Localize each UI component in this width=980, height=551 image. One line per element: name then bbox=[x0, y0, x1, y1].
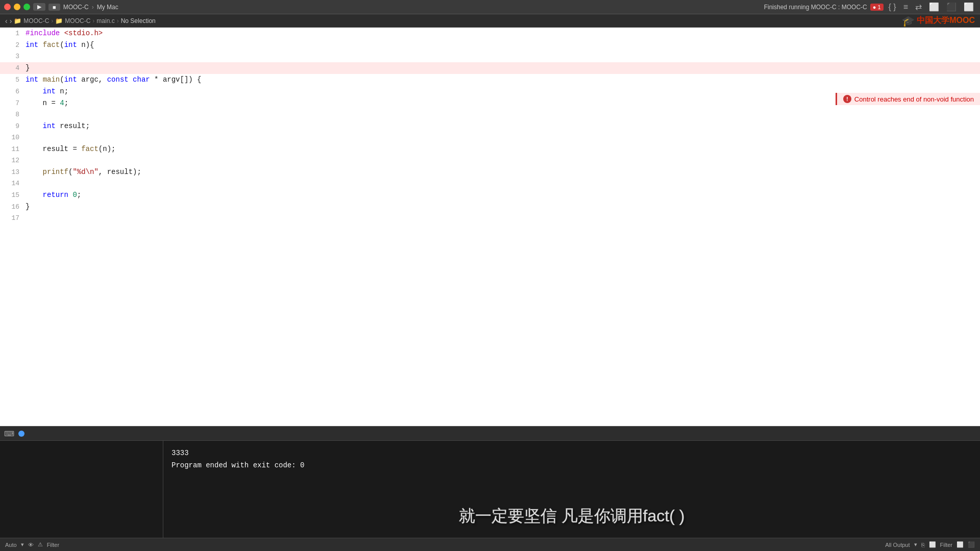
panel-icon[interactable]: ⬜ bbox=[927, 1, 941, 13]
curly-brace-icon[interactable]: { } bbox=[887, 2, 898, 13]
status-dot bbox=[18, 431, 24, 437]
layout-right-icon2[interactable]: ⬛ bbox=[968, 541, 975, 548]
bottom-panel: ⌨ 3333 Program ended with exit code: 0 就… bbox=[0, 426, 980, 551]
auto-dropdown-icon[interactable]: ▾ bbox=[21, 541, 24, 548]
code-line-4: 4 } bbox=[0, 62, 980, 74]
line-num-13: 13 bbox=[0, 167, 26, 178]
run-button[interactable]: ▶ bbox=[33, 3, 45, 11]
output-sidebar bbox=[0, 441, 163, 538]
copy-icon[interactable]: ⎘ bbox=[921, 542, 925, 548]
line-num-1: 1 bbox=[0, 28, 26, 39]
code-editor[interactable]: 1 #include <stdio.h> 2 int fact(int n){ … bbox=[0, 28, 980, 426]
breadcrumb-folder-icon2: 📁 bbox=[55, 17, 63, 24]
line-num-9: 9 bbox=[0, 121, 26, 132]
code-line-5: 5 int main(int argc, const char * argv[]… bbox=[0, 74, 980, 86]
line-num-6: 6 bbox=[0, 86, 26, 97]
line-content-1[interactable]: #include <stdio.h> bbox=[26, 28, 980, 39]
title-right-icons: { } ≡ ⇄ ⬜ ⬛ ⬜ bbox=[887, 1, 976, 13]
line-content-2[interactable]: int fact(int n){ bbox=[26, 39, 980, 51]
line-content-4[interactable]: } bbox=[26, 62, 980, 73]
line-num-7: 7 bbox=[0, 98, 26, 109]
bottom-toolbar: ⌨ bbox=[0, 427, 980, 441]
title-center: MOOC-C › My Mac Finished running MOOC-C … bbox=[63, 4, 884, 11]
auto-label[interactable]: Auto bbox=[5, 542, 17, 548]
error-badge: ● 1 bbox=[870, 4, 884, 11]
line-num-3: 3 bbox=[0, 51, 26, 62]
stop-button[interactable]: ■ bbox=[48, 4, 60, 11]
breadcrumb-subfolder[interactable]: MOOC-C bbox=[65, 17, 90, 24]
line-num-11: 11 bbox=[0, 144, 26, 155]
filter-right-label[interactable]: Filter bbox=[940, 542, 952, 548]
mooc-logo-icon: 🎓 bbox=[902, 15, 915, 27]
output-line-2: Program ended with exit code: 0 bbox=[172, 459, 972, 471]
bottom-status-bar: Auto ▾ 👁 ⚠ Filter All Output ▾ ⎘ ⬜ Filte… bbox=[0, 538, 980, 551]
filter-left-label[interactable]: Filter bbox=[47, 542, 59, 548]
code-line-3: 3 bbox=[0, 51, 980, 62]
code-line-15: 15 return 0; bbox=[0, 189, 980, 201]
breadcrumb-folder-icon: 📁 bbox=[14, 17, 21, 24]
code-line-11: 11 result = fact(n); bbox=[0, 143, 980, 155]
project-label: MOOC-C bbox=[63, 4, 89, 11]
line-content-5[interactable]: int main(int argc, const char * argv[]) … bbox=[26, 74, 980, 85]
breadcrumb-nav-fwd[interactable]: › bbox=[10, 17, 12, 25]
breadcrumb-project[interactable]: MOOC-C bbox=[23, 17, 49, 24]
code-line-12: 12 bbox=[0, 155, 980, 166]
line-num-17: 17 bbox=[0, 213, 26, 224]
all-output-dropdown[interactable]: ▾ bbox=[914, 541, 917, 548]
close-button[interactable] bbox=[4, 4, 11, 10]
status-text: Finished running MOOC-C : MOOC-C bbox=[764, 4, 867, 11]
bc-sep1: › bbox=[51, 17, 53, 24]
code-line-2: 2 int fact(int n){ bbox=[0, 39, 980, 51]
maximize-button[interactable] bbox=[23, 4, 30, 10]
breadcrumb-nav-back[interactable]: ‹ bbox=[5, 17, 8, 25]
list-icon[interactable]: ≡ bbox=[901, 2, 910, 13]
line-num-14: 14 bbox=[0, 178, 26, 189]
warning-icon: ⚠ bbox=[38, 541, 43, 548]
line-num-16: 16 bbox=[0, 202, 26, 213]
line-content-11[interactable]: result = fact(n); bbox=[26, 143, 980, 155]
breadcrumb-selection: No Selection bbox=[121, 17, 156, 24]
breadcrumb-file[interactable]: main.c bbox=[96, 17, 114, 24]
line-content-16[interactable]: } bbox=[26, 201, 980, 212]
error-annotation: ! Control reaches end of non-void functi… bbox=[836, 93, 980, 105]
line-num-4: 4 bbox=[0, 63, 26, 74]
error-count: 1 bbox=[877, 4, 880, 10]
code-line-13: 13 printf("%d\n", result); bbox=[0, 166, 980, 178]
layout-icon[interactable]: ⬛ bbox=[944, 1, 959, 13]
output-area: 3333 Program ended with exit code: 0 就一定… bbox=[0, 441, 980, 538]
code-line-17: 17 bbox=[0, 213, 980, 224]
layout-right-icon[interactable]: ⬜ bbox=[957, 541, 964, 548]
main-area: 1 #include <stdio.h> 2 int fact(int n){ … bbox=[0, 28, 980, 551]
eye-icon[interactable]: 👁 bbox=[28, 542, 34, 548]
fullscreen-icon[interactable]: ⬜ bbox=[962, 1, 976, 13]
error-icon: ● bbox=[873, 4, 876, 10]
filter-right-icon[interactable]: ⬜ bbox=[929, 541, 936, 548]
code-line-16: 16 } bbox=[0, 201, 980, 213]
split-icon[interactable]: ⇄ bbox=[913, 1, 924, 13]
title-sep: › bbox=[92, 4, 94, 11]
code-line-10: 10 bbox=[0, 132, 980, 143]
terminal-icon[interactable]: ⌨ bbox=[4, 430, 14, 438]
line-num-5: 5 bbox=[0, 74, 26, 86]
error-circle-icon: ! bbox=[843, 95, 851, 103]
mooc-logo-text: 中国大学MOOC bbox=[917, 15, 975, 26]
code-line-14: 14 bbox=[0, 178, 980, 189]
all-output-label[interactable]: All Output bbox=[885, 542, 910, 548]
title-bar: ▶ ■ MOOC-C › My Mac Finished running MOO… bbox=[0, 0, 980, 14]
output-caption: 就一定要坚信 凡是你调用fact( ) bbox=[459, 505, 685, 528]
traffic-lights bbox=[4, 4, 30, 10]
error-message-text: Control reaches end of non-void function bbox=[854, 95, 974, 103]
line-content-9[interactable]: int result; bbox=[26, 120, 980, 132]
line-content-15[interactable]: return 0; bbox=[26, 189, 980, 201]
bc-sep2: › bbox=[92, 17, 94, 24]
line-num-8: 8 bbox=[0, 109, 26, 120]
code-line-9: 9 int result; bbox=[0, 120, 980, 132]
minimize-button[interactable] bbox=[14, 4, 20, 10]
code-line-1: 1 #include <stdio.h> bbox=[0, 28, 980, 39]
line-num-2: 2 bbox=[0, 40, 26, 51]
code-lines: 1 #include <stdio.h> 2 int fact(int n){ … bbox=[0, 28, 980, 224]
line-content-13[interactable]: printf("%d\n", result); bbox=[26, 166, 980, 178]
bc-sep3: › bbox=[117, 17, 119, 24]
output-main: 3333 Program ended with exit code: 0 就一定… bbox=[163, 441, 980, 538]
line-num-12: 12 bbox=[0, 155, 26, 166]
